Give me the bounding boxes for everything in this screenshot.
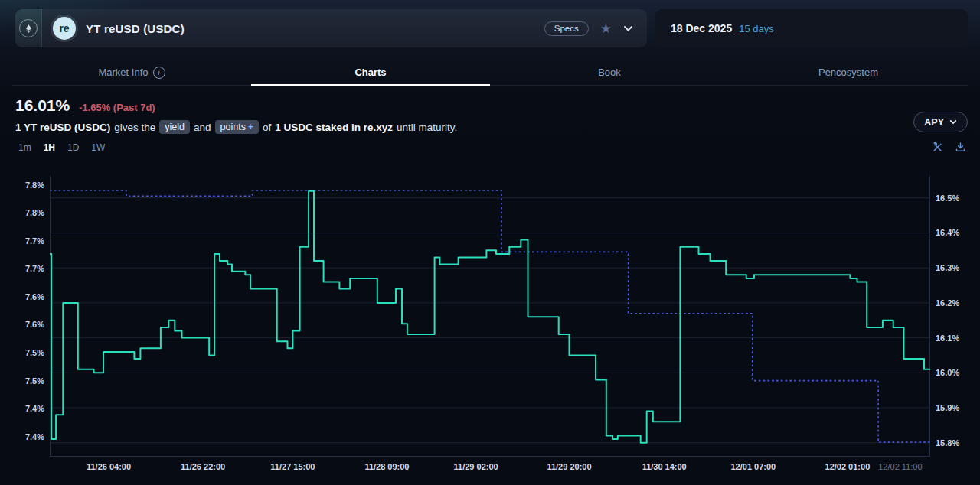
y-axis-label-right: 15.9%: [936, 403, 959, 412]
x-axis-label: 11/29 02:00: [438, 462, 514, 471]
x-axis-label: 11/28 09:00: [348, 462, 425, 471]
x-axis-label: 11/26 22:00: [165, 462, 241, 471]
main-apy-value: 16.01%: [15, 96, 70, 115]
description-text: of: [263, 122, 271, 133]
apy-metric-label: APY: [924, 117, 944, 128]
time-range-group: 1m1H1D1W: [18, 142, 105, 153]
y-axis-label-right: 16.1%: [936, 334, 959, 343]
y-axis-label-left: 7.4%: [11, 404, 44, 413]
y-axis-label-left: 7.4%: [11, 432, 44, 441]
y-axis-label-right: 16.3%: [936, 263, 959, 272]
tab-label: Pencosystem: [818, 67, 878, 78]
badge-points: points+: [215, 120, 259, 134]
x-axis-label: 12/01 07:00: [715, 462, 792, 471]
chevron-down-icon: [949, 119, 957, 125]
tab-book[interactable]: Book: [490, 60, 729, 85]
tab-charts[interactable]: Charts: [251, 60, 490, 85]
y-axis-label-right: 16.0%: [936, 368, 959, 377]
series-dashed-blue: [50, 190, 930, 442]
chain-accent: [15, 9, 42, 47]
market-header-panel: re YT reUSD (USDC) Specs ★: [15, 9, 647, 47]
y-axis-label-left: 7.5%: [11, 348, 44, 357]
download-icon[interactable]: [955, 142, 966, 153]
tab-label: Market Info: [98, 67, 148, 78]
range-1d[interactable]: 1D: [67, 142, 79, 153]
x-axis-label: 11/27 15:00: [254, 462, 331, 471]
series-solid-teal: [50, 191, 930, 443]
market-description: 1 YT reUSD (USDC)gives theyieldandpoints…: [15, 119, 457, 135]
y-axis-label-right: 16.2%: [936, 298, 959, 308]
maturity-panel: 18 Dec 2025 15 days: [655, 9, 968, 47]
y-axis-label-left: 7.8%: [11, 181, 44, 190]
x-axis-label: 11/26 04:00: [70, 462, 147, 471]
tab-label: Book: [598, 67, 621, 78]
specs-button[interactable]: Specs: [544, 21, 589, 36]
range-1m[interactable]: 1m: [18, 142, 31, 153]
tab-bar: Market InfoiChartsBookPencosystem: [12, 60, 968, 86]
favorite-star-icon[interactable]: ★: [600, 22, 612, 35]
y-axis-label-right: 16.4%: [936, 228, 959, 237]
maturity-date: 18 Dec 2025: [671, 22, 732, 34]
x-axis-label: 12/02 11:00: [862, 462, 939, 471]
description-bold-text: 1 YT reUSD (USDC): [15, 122, 110, 133]
y-axis-label-left: 7.7%: [11, 264, 44, 273]
chart-plot-area[interactable]: [50, 176, 930, 457]
x-axis-label: 11/29 20:00: [531, 462, 608, 471]
chevron-down-icon[interactable]: [623, 25, 633, 32]
y-axis-label-left: 7.5%: [11, 376, 44, 386]
chart-toolbar: [932, 142, 966, 153]
description-text: gives the: [114, 122, 155, 133]
maturity-time-left: 15 days: [739, 23, 774, 34]
tab-label: Charts: [354, 67, 386, 78]
eth-diamond-icon: [19, 19, 38, 37]
market-title: YT reUSD (USDC): [86, 22, 185, 35]
y-axis-label-right: 15.8%: [936, 438, 959, 448]
info-icon[interactable]: i: [153, 67, 165, 79]
tab-market-info[interactable]: Market Infoi: [12, 60, 251, 85]
description-text: until maturity.: [397, 122, 457, 133]
y-axis-label-left: 7.6%: [11, 320, 44, 329]
plus-icon: +: [248, 122, 253, 132]
tools-icon[interactable]: [932, 142, 943, 153]
apy-change-7d: -1.65% (Past 7d): [79, 102, 155, 113]
tab-pencosystem[interactable]: Pencosystem: [729, 60, 968, 85]
app-page: re YT reUSD (USDC) Specs ★ 18 Dec 2025 1…: [0, 0, 980, 485]
apy-chart: 7.8%7.8%7.7%7.7%7.6%7.6%7.5%7.5%7.4%7.4%…: [0, 176, 980, 485]
y-axis-label-right: 16.5%: [936, 194, 959, 203]
x-axis-label: 11/30 14:00: [626, 462, 703, 471]
y-axis-label-left: 7.6%: [11, 292, 44, 301]
range-1w[interactable]: 1W: [91, 142, 105, 153]
description-bold-text: 1 USDC staked in re.xyz: [275, 122, 393, 133]
range-1h[interactable]: 1H: [44, 142, 55, 153]
badge-yield: yield: [159, 120, 190, 134]
description-text: and: [194, 122, 211, 133]
y-axis-label-left: 7.8%: [11, 208, 44, 217]
y-axis-label-left: 7.7%: [11, 236, 44, 246]
token-logo: re: [53, 17, 76, 40]
apy-metric-selector[interactable]: APY: [913, 112, 968, 132]
